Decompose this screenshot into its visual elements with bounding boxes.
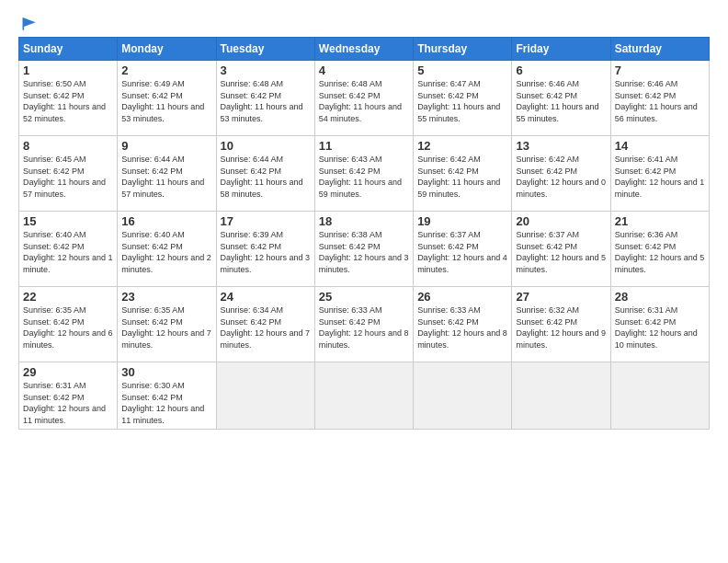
weekday-header-monday: Monday (118, 38, 216, 61)
day-number: 16 (121, 214, 211, 228)
day-number: 10 (221, 139, 311, 153)
day-number: 30 (121, 365, 211, 379)
day-number: 3 (221, 63, 311, 77)
weekday-header-friday: Friday (512, 38, 610, 61)
svg-marker-0 (23, 17, 35, 27)
weekday-header-row: SundayMondayTuesdayWednesdayThursdayFrid… (19, 38, 710, 61)
calendar-cell (512, 362, 610, 430)
calendar-cell: 12Sunrise: 6:42 AMSunset: 6:42 PMDayligh… (414, 136, 512, 212)
calendar-cell: 1Sunrise: 6:50 AMSunset: 6:42 PMDaylight… (19, 61, 118, 136)
calendar-cell: 24Sunrise: 6:34 AMSunset: 6:42 PMDayligh… (216, 287, 314, 362)
day-info: Sunrise: 6:35 AMSunset: 6:42 PMDaylight:… (121, 304, 211, 350)
calendar-cell: 14Sunrise: 6:41 AMSunset: 6:42 PMDayligh… (610, 136, 709, 212)
day-info: Sunrise: 6:49 AMSunset: 6:42 PMDaylight:… (121, 78, 211, 124)
calendar-cell: 5Sunrise: 6:47 AMSunset: 6:42 PMDaylight… (414, 61, 512, 136)
day-info: Sunrise: 6:36 AMSunset: 6:42 PMDaylight:… (615, 229, 705, 275)
day-number: 27 (516, 290, 606, 304)
day-number: 1 (23, 63, 113, 77)
calendar-table: SundayMondayTuesdayWednesdayThursdayFrid… (18, 37, 710, 430)
day-info: Sunrise: 6:40 AMSunset: 6:42 PMDaylight:… (121, 229, 211, 275)
weekday-header-wednesday: Wednesday (314, 38, 413, 61)
day-number: 23 (121, 290, 211, 304)
day-number: 13 (516, 139, 606, 153)
calendar-cell: 27Sunrise: 6:32 AMSunset: 6:42 PMDayligh… (512, 287, 610, 362)
day-info: Sunrise: 6:41 AMSunset: 6:42 PMDaylight:… (615, 154, 705, 200)
day-info: Sunrise: 6:42 AMSunset: 6:42 PMDaylight:… (417, 154, 507, 200)
calendar-cell: 6Sunrise: 6:46 AMSunset: 6:42 PMDaylight… (512, 61, 610, 136)
day-info: Sunrise: 6:33 AMSunset: 6:42 PMDaylight:… (417, 304, 507, 350)
weekday-header-thursday: Thursday (414, 38, 512, 61)
calendar-cell: 9Sunrise: 6:44 AMSunset: 6:42 PMDaylight… (118, 136, 216, 212)
day-number: 8 (23, 139, 113, 153)
day-info: Sunrise: 6:44 AMSunset: 6:42 PMDaylight:… (221, 154, 311, 200)
calendar-week-row-4: 22Sunrise: 6:35 AMSunset: 6:42 PMDayligh… (19, 287, 710, 362)
day-number: 15 (23, 214, 113, 228)
calendar-cell (414, 362, 512, 430)
calendar-cell: 10Sunrise: 6:44 AMSunset: 6:42 PMDayligh… (216, 136, 314, 212)
calendar-cell: 19Sunrise: 6:37 AMSunset: 6:42 PMDayligh… (414, 212, 512, 287)
day-info: Sunrise: 6:33 AMSunset: 6:42 PMDaylight:… (319, 304, 409, 350)
calendar-cell: 17Sunrise: 6:39 AMSunset: 6:42 PMDayligh… (216, 212, 314, 287)
day-info: Sunrise: 6:46 AMSunset: 6:42 PMDaylight:… (615, 78, 705, 124)
day-info: Sunrise: 6:42 AMSunset: 6:42 PMDaylight:… (516, 154, 606, 200)
day-info: Sunrise: 6:43 AMSunset: 6:42 PMDaylight:… (319, 154, 409, 200)
day-number: 20 (516, 214, 606, 228)
day-number: 11 (319, 139, 409, 153)
calendar-cell: 28Sunrise: 6:31 AMSunset: 6:42 PMDayligh… (610, 287, 709, 362)
day-number: 5 (417, 63, 507, 77)
day-number: 14 (615, 139, 705, 153)
day-number: 26 (417, 290, 507, 304)
day-info: Sunrise: 6:45 AMSunset: 6:42 PMDaylight:… (23, 154, 113, 200)
day-number: 18 (319, 214, 409, 228)
day-number: 2 (121, 63, 211, 77)
day-info: Sunrise: 6:30 AMSunset: 6:42 PMDaylight:… (121, 380, 211, 426)
day-info: Sunrise: 6:40 AMSunset: 6:42 PMDaylight:… (23, 229, 113, 275)
calendar-cell: 29Sunrise: 6:31 AMSunset: 6:42 PMDayligh… (19, 362, 118, 430)
calendar-cell: 23Sunrise: 6:35 AMSunset: 6:42 PMDayligh… (118, 287, 216, 362)
day-info: Sunrise: 6:44 AMSunset: 6:42 PMDaylight:… (121, 154, 211, 200)
day-number: 25 (319, 290, 409, 304)
calendar-cell: 13Sunrise: 6:42 AMSunset: 6:42 PMDayligh… (512, 136, 610, 212)
day-info: Sunrise: 6:39 AMSunset: 6:42 PMDaylight:… (221, 229, 311, 275)
calendar-cell: 30Sunrise: 6:30 AMSunset: 6:42 PMDayligh… (118, 362, 216, 430)
calendar-cell: 22Sunrise: 6:35 AMSunset: 6:42 PMDayligh… (19, 287, 118, 362)
day-info: Sunrise: 6:38 AMSunset: 6:42 PMDaylight:… (319, 229, 409, 275)
calendar-cell (610, 362, 709, 430)
calendar-cell (216, 362, 314, 430)
calendar-cell: 20Sunrise: 6:37 AMSunset: 6:42 PMDayligh… (512, 212, 610, 287)
day-info: Sunrise: 6:48 AMSunset: 6:42 PMDaylight:… (221, 78, 311, 124)
weekday-header-sunday: Sunday (19, 38, 118, 61)
day-number: 12 (417, 139, 507, 153)
calendar-cell: 25Sunrise: 6:33 AMSunset: 6:42 PMDayligh… (314, 287, 413, 362)
day-info: Sunrise: 6:48 AMSunset: 6:42 PMDaylight:… (319, 78, 409, 124)
calendar-cell: 2Sunrise: 6:49 AMSunset: 6:42 PMDaylight… (118, 61, 216, 136)
day-number: 24 (221, 290, 311, 304)
calendar-cell: 15Sunrise: 6:40 AMSunset: 6:42 PMDayligh… (19, 212, 118, 287)
calendar-cell: 11Sunrise: 6:43 AMSunset: 6:42 PMDayligh… (314, 136, 413, 212)
logo-flag-icon (20, 15, 39, 33)
calendar-cell: 26Sunrise: 6:33 AMSunset: 6:42 PMDayligh… (414, 287, 512, 362)
day-number: 17 (221, 214, 311, 228)
header (18, 15, 710, 29)
day-number: 6 (516, 63, 606, 77)
day-number: 9 (121, 139, 211, 153)
calendar-cell: 16Sunrise: 6:40 AMSunset: 6:42 PMDayligh… (118, 212, 216, 287)
day-number: 7 (615, 63, 705, 77)
calendar-week-row-5: 29Sunrise: 6:31 AMSunset: 6:42 PMDayligh… (19, 362, 710, 430)
calendar-week-row-3: 15Sunrise: 6:40 AMSunset: 6:42 PMDayligh… (19, 212, 710, 287)
day-info: Sunrise: 6:32 AMSunset: 6:42 PMDaylight:… (516, 304, 606, 350)
logo (18, 15, 39, 29)
day-number: 21 (615, 214, 705, 228)
calendar-week-row-1: 1Sunrise: 6:50 AMSunset: 6:42 PMDaylight… (19, 61, 710, 136)
weekday-header-tuesday: Tuesday (216, 38, 314, 61)
day-info: Sunrise: 6:37 AMSunset: 6:42 PMDaylight:… (417, 229, 507, 275)
calendar-cell: 7Sunrise: 6:46 AMSunset: 6:42 PMDaylight… (610, 61, 709, 136)
page: SundayMondayTuesdayWednesdayThursdayFrid… (0, 0, 728, 563)
calendar-cell: 21Sunrise: 6:36 AMSunset: 6:42 PMDayligh… (610, 212, 709, 287)
day-info: Sunrise: 6:47 AMSunset: 6:42 PMDaylight:… (417, 78, 507, 124)
day-number: 29 (23, 365, 113, 379)
day-number: 22 (23, 290, 113, 304)
calendar-cell: 18Sunrise: 6:38 AMSunset: 6:42 PMDayligh… (314, 212, 413, 287)
day-number: 4 (319, 63, 409, 77)
day-number: 28 (615, 290, 705, 304)
